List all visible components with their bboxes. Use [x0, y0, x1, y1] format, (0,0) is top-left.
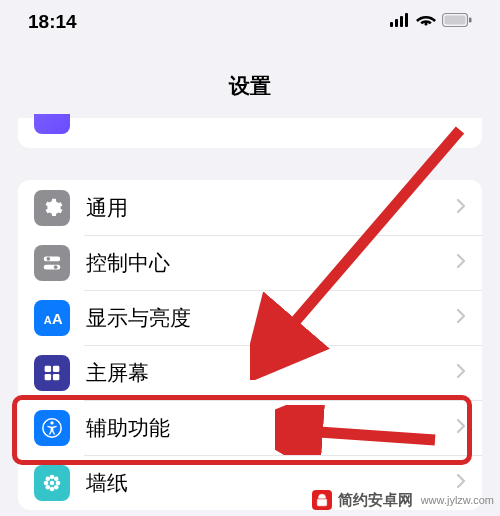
svg-rect-14: [53, 365, 59, 371]
toggles-icon: [34, 245, 70, 281]
svg-point-25: [54, 476, 59, 481]
svg-point-23: [56, 480, 61, 485]
watermark-url: www.jylzw.com: [421, 494, 494, 506]
svg-rect-13: [45, 365, 51, 371]
row-label: 显示与亮度: [86, 304, 456, 332]
chevron-right-icon: [456, 198, 466, 218]
settings-row-general[interactable]: 通用: [18, 180, 482, 235]
svg-rect-5: [445, 16, 466, 25]
text-size-icon: AA: [34, 300, 70, 336]
status-time: 18:14: [28, 11, 77, 33]
svg-point-8: [47, 257, 51, 261]
row-label: 辅助功能: [86, 414, 456, 442]
svg-point-19: [50, 480, 55, 485]
android-badge-icon: [312, 490, 332, 510]
svg-point-21: [50, 486, 55, 491]
svg-point-24: [45, 476, 50, 481]
settings-row-control-center[interactable]: 控制中心: [18, 235, 482, 290]
svg-rect-15: [45, 373, 51, 379]
accessibility-icon: [34, 410, 70, 446]
svg-point-20: [50, 474, 55, 479]
svg-rect-9: [44, 264, 61, 269]
status-icons: [390, 13, 472, 31]
gear-icon: [34, 190, 70, 226]
svg-rect-0: [390, 22, 393, 27]
partial-icon: [34, 114, 70, 134]
row-label: 控制中心: [86, 249, 456, 277]
status-bar: 18:14: [0, 0, 500, 44]
row-label: 通用: [86, 194, 456, 222]
svg-rect-16: [53, 373, 59, 379]
chevron-right-icon: [456, 253, 466, 273]
watermark-brand: 简约安卓网: [338, 491, 413, 510]
svg-rect-7: [44, 256, 61, 261]
svg-point-27: [54, 484, 59, 489]
svg-rect-2: [400, 16, 403, 27]
watermark: 简约安卓网 www.jylzw.com: [312, 490, 494, 510]
settings-group: 通用 控制中心 AA 显示与亮度 主屏幕 辅助功能 墙纸: [18, 180, 482, 510]
battery-icon: [442, 13, 472, 31]
svg-point-10: [54, 265, 58, 269]
page-title: 设置: [0, 44, 500, 118]
settings-row-home-screen[interactable]: 主屏幕: [18, 345, 482, 400]
svg-point-18: [50, 421, 53, 424]
svg-text:A: A: [44, 313, 52, 325]
chevron-right-icon: [456, 418, 466, 438]
previous-group-partial: [18, 118, 482, 148]
svg-point-22: [44, 480, 49, 485]
chevron-right-icon: [456, 308, 466, 328]
grid-icon: [34, 355, 70, 391]
svg-rect-3: [405, 13, 408, 27]
settings-row-display[interactable]: AA 显示与亮度: [18, 290, 482, 345]
svg-point-26: [45, 484, 50, 489]
cellular-icon: [390, 13, 410, 31]
settings-row-accessibility[interactable]: 辅助功能: [18, 400, 482, 455]
row-label: 主屏幕: [86, 359, 456, 387]
svg-rect-1: [395, 19, 398, 27]
svg-text:A: A: [52, 310, 63, 326]
svg-rect-6: [469, 18, 472, 23]
chevron-right-icon: [456, 363, 466, 383]
wifi-icon: [416, 13, 436, 31]
flower-icon: [34, 465, 70, 501]
